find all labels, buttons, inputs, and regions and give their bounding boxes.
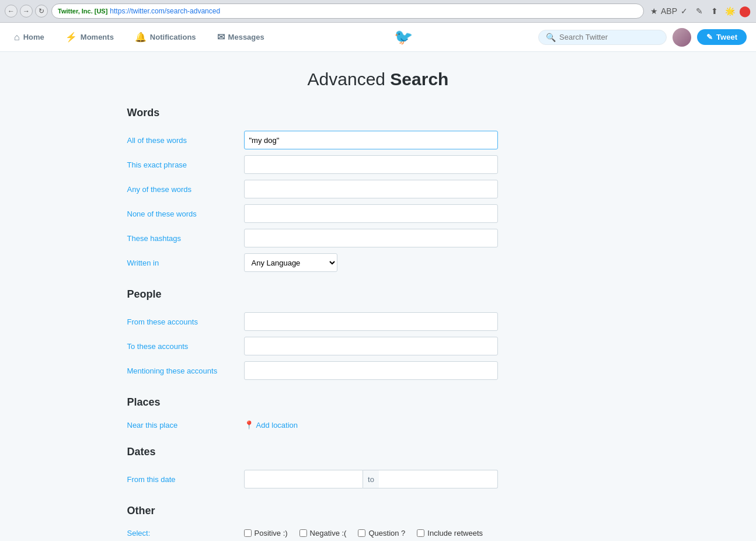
page-title: Advanced Search — [127, 69, 629, 89]
to-accounts-label: To these accounts — [127, 342, 244, 351]
secure-label: Twitter, Inc. [US] — [58, 8, 107, 15]
other-section-title: Other — [127, 505, 629, 519]
words-section: Words All of these words This exact phra… — [127, 107, 629, 272]
tweet-edit-icon: ✎ — [706, 33, 713, 41]
people-section-title: People — [127, 288, 629, 303]
written-in-label: Written in — [127, 259, 244, 267]
address-bar[interactable]: Twitter, Inc. [US] https://twitter.com/s… — [51, 4, 644, 19]
all-words-input[interactable] — [244, 131, 498, 149]
nav-center: 🐦 — [269, 28, 538, 46]
sentiment-checkboxes: Positive :) Negative :( Question ? Inclu… — [244, 529, 483, 537]
language-select[interactable]: Any Language English Spanish French Germ… — [244, 253, 337, 272]
any-words-input[interactable] — [244, 180, 498, 198]
to-accounts-row: To these accounts — [127, 337, 629, 355]
positive-checkbox-item[interactable]: Positive :) — [244, 529, 288, 537]
search-icon: 🔍 — [546, 33, 556, 42]
browser-chrome: ← → ↻ Twitter, Inc. [US] https://twitter… — [0, 0, 756, 23]
date-range-inputs: to — [244, 470, 498, 488]
question-checkbox[interactable] — [358, 529, 365, 537]
any-words-row: Any of these words — [127, 180, 629, 198]
words-section-title: Words — [127, 107, 629, 121]
nav-search-input[interactable] — [559, 33, 653, 41]
nav-notifications[interactable]: 🔔 Notifications — [130, 29, 201, 45]
add-location-button[interactable]: 📍 Add location — [244, 420, 298, 430]
any-words-label: Any of these words — [127, 185, 244, 194]
retweets-checkbox[interactable] — [417, 529, 424, 537]
nav-left-items: ⌂ Home ⚡ Moments 🔔 Notifications ✉ Messa… — [9, 29, 269, 45]
retweets-label: Include retweets — [427, 529, 483, 537]
exact-phrase-label: This exact phrase — [127, 160, 244, 169]
all-words-label: All of these words — [127, 136, 244, 145]
people-section: People From these accounts To these acco… — [127, 288, 629, 380]
written-in-row: Written in Any Language English Spanish … — [127, 253, 629, 272]
page-title-prefix: Advanced — [308, 69, 391, 89]
nav-moments-label: Moments — [81, 33, 114, 41]
browser-actions: ★ ABP ✓ ✎ ⬆ 🌟 ⬤ — [647, 5, 751, 18]
nav-home-label: Home — [23, 33, 44, 41]
select-row: Select: Positive :) Negative :( Question… — [127, 529, 629, 537]
page-title-bold: Search — [390, 69, 448, 89]
nav-search-bar[interactable]: 🔍 — [538, 30, 667, 45]
nav-right-items: 🔍 ✎ Tweet — [538, 28, 747, 47]
tweet-btn-label: Tweet — [716, 33, 737, 41]
nav-notifications-label: Notifications — [150, 33, 196, 41]
to-accounts-input[interactable] — [244, 337, 498, 355]
positive-checkbox[interactable] — [244, 529, 252, 537]
near-place-row: Near this place 📍 Add location — [127, 420, 629, 430]
extension-icon-3[interactable]: ⬆ — [708, 5, 721, 18]
avatar[interactable] — [673, 28, 691, 47]
other-section: Other Select: Positive :) Negative :( Qu… — [127, 505, 629, 537]
nav-moments[interactable]: ⚡ Moments — [61, 29, 119, 45]
moments-icon: ⚡ — [65, 32, 77, 43]
extension-icon-4[interactable]: 🌟 — [723, 5, 736, 18]
positive-label: Positive :) — [255, 529, 288, 537]
home-icon: ⌂ — [14, 32, 20, 43]
url-display: https://twitter.com/search-advanced — [110, 7, 220, 15]
places-section-title: Places — [127, 396, 629, 411]
negative-checkbox[interactable] — [299, 529, 307, 537]
none-words-row: None of these words — [127, 204, 629, 223]
browser-nav-buttons: ← → ↻ — [5, 5, 48, 18]
notifications-icon: 🔔 — [135, 32, 147, 43]
extension-icon-2[interactable]: ✎ — [693, 5, 706, 18]
tweet-button[interactable]: ✎ Tweet — [697, 29, 747, 45]
from-date-label: From this date — [127, 475, 244, 484]
retweets-checkbox-item[interactable]: Include retweets — [417, 529, 483, 537]
places-section: Places Near this place 📍 Add location — [127, 396, 629, 430]
refresh-button[interactable]: ↻ — [35, 5, 48, 18]
exact-phrase-row: This exact phrase — [127, 155, 629, 174]
none-words-label: None of these words — [127, 210, 244, 218]
select-label: Select: — [127, 529, 244, 537]
mentioning-input[interactable] — [244, 361, 498, 380]
profile-circle-icon[interactable]: ⬤ — [738, 5, 751, 18]
nav-home[interactable]: ⌂ Home — [9, 30, 49, 45]
from-accounts-row: From these accounts — [127, 312, 629, 331]
adblock-icon[interactable]: ABP — [663, 5, 675, 18]
extension-icon-1[interactable]: ✓ — [678, 5, 691, 18]
from-accounts-input[interactable] — [244, 312, 498, 331]
from-date-row: From this date to — [127, 470, 629, 488]
mentioning-label: Mentioning these accounts — [127, 367, 244, 375]
main-content: Advanced Search Words All of these words… — [116, 52, 641, 541]
mentioning-row: Mentioning these accounts — [127, 361, 629, 380]
bookmark-star-icon[interactable]: ★ — [647, 5, 660, 18]
add-location-label: Add location — [256, 421, 298, 430]
exact-phrase-input[interactable] — [244, 155, 498, 174]
question-checkbox-item[interactable]: Question ? — [358, 529, 405, 537]
negative-checkbox-item[interactable]: Negative :( — [299, 529, 347, 537]
date-to-separator: to — [363, 470, 379, 488]
negative-label: Negative :( — [310, 529, 347, 537]
to-date-input[interactable] — [379, 470, 498, 488]
twitter-logo: 🐦 — [394, 28, 413, 46]
from-date-input[interactable] — [244, 470, 364, 488]
all-words-row: All of these words — [127, 131, 629, 149]
back-button[interactable]: ← — [5, 5, 18, 18]
hashtags-input[interactable] — [244, 229, 498, 247]
nav-messages[interactable]: ✉ Messages — [212, 29, 269, 45]
location-pin-icon: 📍 — [244, 420, 254, 430]
none-words-input[interactable] — [244, 204, 498, 223]
messages-icon: ✉ — [217, 32, 225, 43]
near-place-label: Near this place — [127, 421, 244, 430]
nav-messages-label: Messages — [228, 33, 264, 41]
forward-button[interactable]: → — [20, 5, 33, 18]
